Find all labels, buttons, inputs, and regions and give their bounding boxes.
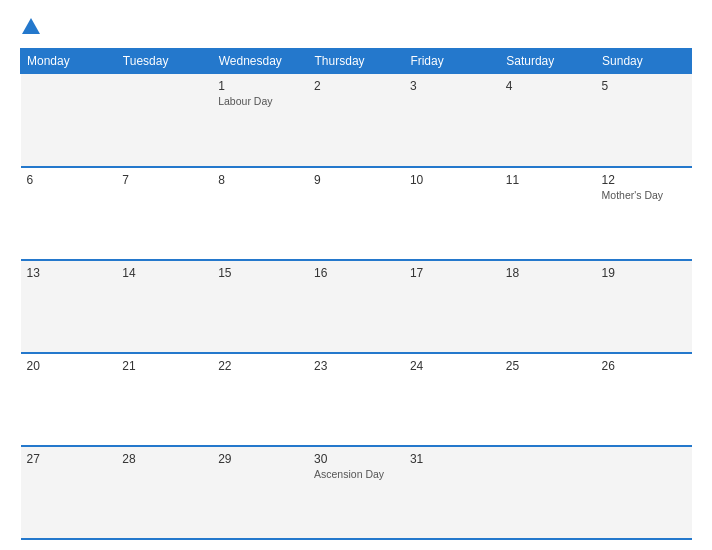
day-number: 17 [410, 266, 494, 280]
day-number: 7 [122, 173, 206, 187]
day-number: 8 [218, 173, 302, 187]
day-number: 1 [218, 79, 302, 93]
calendar-table: MondayTuesdayWednesdayThursdayFridaySatu… [20, 48, 692, 540]
calendar-cell [21, 74, 117, 167]
day-number: 11 [506, 173, 590, 187]
calendar-cell: 27 [21, 446, 117, 539]
day-number: 20 [27, 359, 111, 373]
weekday-header-tuesday: Tuesday [116, 49, 212, 74]
weekday-header-sunday: Sunday [596, 49, 692, 74]
holiday-label: Labour Day [218, 95, 302, 107]
calendar-cell: 13 [21, 260, 117, 353]
calendar-cell: 10 [404, 167, 500, 260]
calendar-cell: 15 [212, 260, 308, 353]
holiday-label: Mother's Day [602, 189, 686, 201]
calendar-cell: 19 [596, 260, 692, 353]
calendar-cell: 30Ascension Day [308, 446, 404, 539]
calendar-cell: 3 [404, 74, 500, 167]
calendar-header [20, 16, 692, 38]
calendar-cell: 31 [404, 446, 500, 539]
day-number: 3 [410, 79, 494, 93]
day-number: 19 [602, 266, 686, 280]
day-number: 5 [602, 79, 686, 93]
calendar-cell: 22 [212, 353, 308, 446]
day-number: 15 [218, 266, 302, 280]
day-number: 30 [314, 452, 398, 466]
logo-icon [20, 16, 42, 38]
day-number: 24 [410, 359, 494, 373]
svg-marker-0 [22, 18, 40, 34]
calendar-cell: 7 [116, 167, 212, 260]
calendar-cell: 2 [308, 74, 404, 167]
logo [20, 16, 46, 38]
calendar-week-row: 13141516171819 [21, 260, 692, 353]
weekday-header-friday: Friday [404, 49, 500, 74]
calendar-cell: 14 [116, 260, 212, 353]
day-number: 10 [410, 173, 494, 187]
weekday-header-wednesday: Wednesday [212, 49, 308, 74]
day-number: 16 [314, 266, 398, 280]
calendar-cell: 9 [308, 167, 404, 260]
calendar-cell: 8 [212, 167, 308, 260]
calendar-page: MondayTuesdayWednesdayThursdayFridaySatu… [0, 0, 712, 550]
calendar-cell: 26 [596, 353, 692, 446]
day-number: 13 [27, 266, 111, 280]
day-number: 25 [506, 359, 590, 373]
calendar-cell: 5 [596, 74, 692, 167]
calendar-cell: 11 [500, 167, 596, 260]
weekday-header-thursday: Thursday [308, 49, 404, 74]
calendar-week-row: 20212223242526 [21, 353, 692, 446]
day-number: 29 [218, 452, 302, 466]
day-number: 26 [602, 359, 686, 373]
calendar-week-row: 1Labour Day2345 [21, 74, 692, 167]
calendar-cell [500, 446, 596, 539]
calendar-cell: 20 [21, 353, 117, 446]
calendar-cell: 29 [212, 446, 308, 539]
calendar-cell: 24 [404, 353, 500, 446]
day-number: 21 [122, 359, 206, 373]
day-number: 18 [506, 266, 590, 280]
day-number: 6 [27, 173, 111, 187]
day-number: 9 [314, 173, 398, 187]
calendar-week-row: 27282930Ascension Day31 [21, 446, 692, 539]
holiday-label: Ascension Day [314, 468, 398, 480]
weekday-header-row: MondayTuesdayWednesdayThursdayFridaySatu… [21, 49, 692, 74]
day-number: 31 [410, 452, 494, 466]
day-number: 14 [122, 266, 206, 280]
day-number: 12 [602, 173, 686, 187]
calendar-cell: 16 [308, 260, 404, 353]
calendar-cell: 6 [21, 167, 117, 260]
weekday-header-monday: Monday [21, 49, 117, 74]
day-number: 2 [314, 79, 398, 93]
calendar-cell: 23 [308, 353, 404, 446]
calendar-cell: 4 [500, 74, 596, 167]
calendar-cell: 25 [500, 353, 596, 446]
calendar-cell [116, 74, 212, 167]
day-number: 27 [27, 452, 111, 466]
calendar-cell: 12Mother's Day [596, 167, 692, 260]
calendar-cell: 18 [500, 260, 596, 353]
calendar-cell: 21 [116, 353, 212, 446]
day-number: 4 [506, 79, 590, 93]
day-number: 28 [122, 452, 206, 466]
calendar-week-row: 6789101112Mother's Day [21, 167, 692, 260]
calendar-cell: 17 [404, 260, 500, 353]
calendar-cell: 28 [116, 446, 212, 539]
calendar-cell: 1Labour Day [212, 74, 308, 167]
day-number: 22 [218, 359, 302, 373]
weekday-header-saturday: Saturday [500, 49, 596, 74]
calendar-cell [596, 446, 692, 539]
day-number: 23 [314, 359, 398, 373]
